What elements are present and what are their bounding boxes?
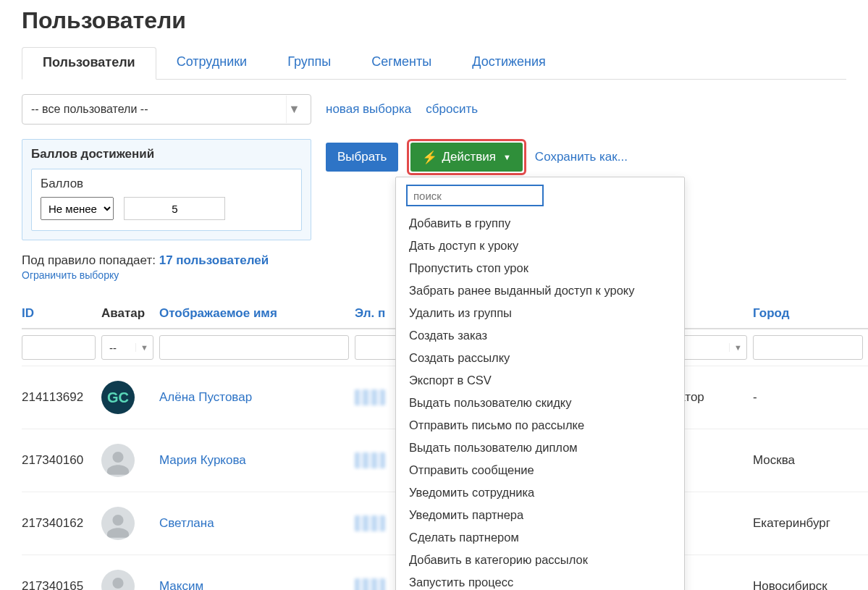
cell-avatar: GC — [101, 366, 159, 429]
filter-avatar-select[interactable]: -- ▼ — [101, 335, 153, 360]
achievement-panel-title: Баллов достижений — [31, 147, 302, 161]
tab-4[interactable]: Достижения — [452, 47, 566, 79]
cell-id: 217340165 — [22, 555, 101, 591]
cell-name: Светлана — [159, 492, 355, 555]
page-title: Пользователи — [22, 7, 846, 34]
user-name-link[interactable]: Мария Куркова — [159, 453, 246, 467]
avatar — [101, 507, 135, 540]
cell-name: Максим — [159, 555, 355, 591]
redacted-email — [355, 578, 385, 590]
user-name-link[interactable]: Светлана — [159, 516, 214, 530]
filter-city-input[interactable] — [753, 335, 863, 360]
actions-dropdown-item[interactable]: Создать заказ — [396, 324, 684, 347]
col-id[interactable]: ID — [22, 299, 101, 329]
avatar: GC — [101, 381, 135, 414]
avatar — [101, 444, 135, 477]
chevron-down-icon: ▼ — [286, 96, 302, 123]
actions-dropdown-item[interactable]: Выдать пользователю диплом — [396, 437, 684, 459]
achievement-field-label: Баллов — [41, 177, 292, 191]
new-selection-link[interactable]: новая выборка — [326, 102, 411, 117]
actions-dropdown-item[interactable]: Экспорт в CSV — [396, 369, 684, 392]
cell-city: Новосибирск — [753, 555, 868, 591]
actions-dropdown-item[interactable]: Добавить в категорию рассылок — [396, 549, 684, 571]
tabs: ПользователиСотрудникиГруппыСегментыДост… — [22, 47, 846, 80]
chevron-down-icon: ▼ — [135, 343, 148, 352]
actions-dropdown-item[interactable]: Уведомить партнера — [396, 504, 684, 526]
actions-dropdown-item[interactable]: Забрать ранее выданный доступ к уроку — [396, 279, 684, 302]
col-city[interactable]: Город — [753, 299, 868, 329]
actions-dropdown-item[interactable]: Запустить процесс — [396, 571, 684, 590]
redacted-email — [355, 515, 385, 531]
avatar — [101, 570, 135, 590]
cell-city: Москва — [753, 429, 868, 492]
cell-avatar — [101, 555, 159, 591]
achievement-operator-select[interactable]: Не менее — [41, 197, 114, 220]
actions-dropdown-item[interactable]: Создать рассылку — [396, 347, 684, 369]
tab-0[interactable]: Пользователи — [22, 47, 156, 80]
col-avatar: Аватар — [101, 299, 159, 329]
cell-id: 217340162 — [22, 492, 101, 555]
actions-dropdown-item[interactable]: Уведомить сотрудника — [396, 481, 684, 504]
redacted-email — [355, 452, 385, 468]
tab-2[interactable]: Группы — [267, 47, 351, 79]
redacted-email — [355, 389, 385, 405]
match-count-link[interactable]: 17 пользователей — [159, 253, 269, 267]
chevron-down-icon: ▼ — [729, 343, 742, 352]
actions-dropdown-item[interactable]: Выдать пользователю скидку — [396, 392, 684, 414]
user-name-link[interactable]: Алёна Пустовар — [159, 390, 252, 404]
cell-name: Алёна Пустовар — [159, 366, 355, 429]
achievement-value-input[interactable] — [124, 197, 225, 220]
chevron-down-icon: ▼ — [503, 153, 511, 161]
all-users-select-text: -- все пользователи -- — [31, 103, 148, 116]
cell-city: Екатеринбург — [753, 492, 868, 555]
save-as-link[interactable]: Сохранить как... — [535, 150, 628, 164]
cell-avatar — [101, 429, 159, 492]
actions-dropdown-item[interactable]: Дать доступ к уроку — [396, 235, 684, 257]
cell-id: 214113692 — [22, 366, 101, 429]
cell-id: 217340160 — [22, 429, 101, 492]
achievement-filter-panel: Баллов достижений Баллов Не менее — [22, 139, 311, 240]
cell-name: Мария Куркова — [159, 429, 355, 492]
col-name[interactable]: Отображаемое имя — [159, 299, 355, 329]
actions-button-highlight: ⚡ Действия ▼ — [407, 139, 526, 175]
tab-1[interactable]: Сотрудники — [156, 47, 268, 79]
actions-dropdown-item[interactable]: Отправить сообщение — [396, 459, 684, 481]
actions-search-input[interactable] — [406, 185, 544, 206]
filter-id-input[interactable] — [22, 335, 96, 360]
actions-dropdown-item[interactable]: Добавить в группу — [396, 212, 684, 235]
lightning-icon: ⚡ — [422, 150, 437, 165]
actions-dropdown-items: Добавить в группуДать доступ к урокуПроп… — [396, 212, 684, 590]
filter-name-input[interactable] — [159, 335, 349, 360]
reset-link[interactable]: сбросить — [426, 102, 478, 117]
actions-dropdown-item[interactable]: Удалить из группы — [396, 302, 684, 324]
cell-avatar — [101, 492, 159, 555]
all-users-select[interactable]: -- все пользователи -- ▼ — [22, 94, 311, 125]
cell-city: - — [753, 366, 868, 429]
select-button[interactable]: Выбрать — [326, 143, 398, 172]
actions-dropdown: Добавить в группуДать доступ к урокуПроп… — [395, 177, 685, 590]
actions-button[interactable]: ⚡ Действия ▼ — [410, 143, 522, 172]
actions-dropdown-item[interactable]: Пропустить стоп урок — [396, 257, 684, 279]
actions-dropdown-item[interactable]: Сделать партнером — [396, 526, 684, 549]
actions-dropdown-item[interactable]: Отправить письмо по рассылке — [396, 414, 684, 437]
tab-3[interactable]: Сегменты — [351, 47, 452, 79]
user-name-link[interactable]: Максим — [159, 579, 203, 590]
limit-selection-link[interactable]: Ограничить выборку — [22, 269, 119, 281]
